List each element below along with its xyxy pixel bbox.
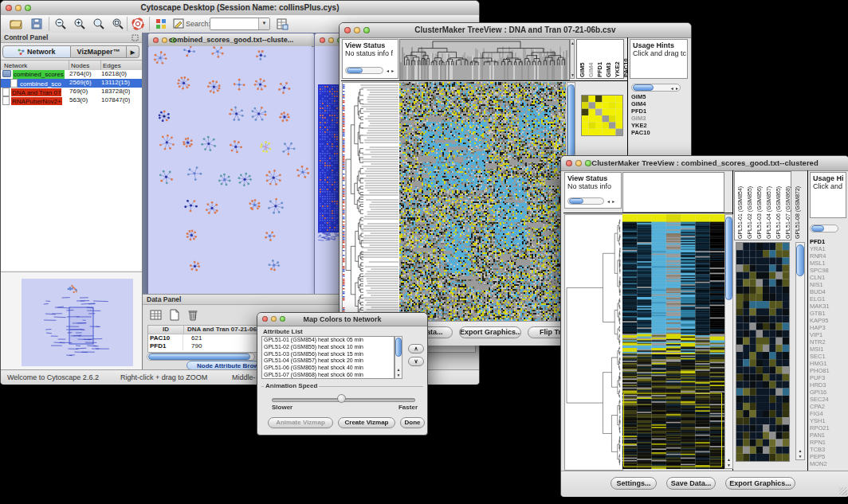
float-panel-icon[interactable] [132, 34, 139, 41]
scroll-arrows-icon[interactable]: ◄ ► [607, 199, 615, 204]
zoom-vscrollbar[interactable]: ▲▼ [795, 242, 805, 460]
network-table-header[interactable]: Network Nodes Edges [1, 60, 142, 71]
gene-label[interactable]: PFD1 [810, 238, 847, 245]
zoom-fit-icon[interactable] [111, 17, 125, 31]
done-button[interactable]: Done [400, 417, 425, 428]
gene-label[interactable]: RPO21 [810, 424, 847, 432]
gene-label[interactable]: FIG4 [810, 410, 847, 417]
tab-vizmapper[interactable]: VizMapper™ [71, 45, 127, 58]
gene-label[interactable]: MSI1 [810, 346, 847, 353]
array-label[interactable]: GPL51-01 (GSM854) [736, 173, 744, 239]
gene-label[interactable]: YRA1 [810, 245, 847, 252]
array-label[interactable]: GPL51-08 (GSM872) [794, 173, 801, 239]
animate-vizmap-button[interactable]: Animate Vizmap [268, 417, 333, 428]
network-overview-canvas[interactable] [22, 279, 133, 366]
zoom-in-icon[interactable] [73, 17, 87, 31]
gene-label[interactable]: YKE2 [631, 122, 684, 129]
gene-label[interactable]: MAK31 [810, 303, 847, 310]
array-label[interactable]: GPL51-02 (GSM855) [746, 173, 753, 239]
array-label[interactable]: GPL51-03 (GSM856) [756, 173, 763, 239]
gene-label[interactable]: SEC1 [810, 353, 847, 360]
row-dendrogram-canvas[interactable] [564, 214, 623, 471]
attribute-item[interactable]: GPL51-01 (GSM854) heat shock 05 min [262, 337, 394, 344]
view-status-hscrollbar[interactable] [345, 67, 383, 74]
search-dropdown-arrow[interactable]: ▼ [258, 18, 269, 29]
tab-overflow-button[interactable]: ▶ [127, 45, 139, 58]
tab-network[interactable]: Network [2, 45, 71, 58]
gene-label[interactable]: CLN1 [810, 274, 847, 281]
gene-label[interactable]: NIS1 [810, 281, 847, 288]
gene-label[interactable]: SPC98 [810, 267, 847, 274]
zoom-out-icon[interactable] [53, 17, 68, 31]
array-label[interactable]: GPL51-06 (GSM865) [775, 173, 782, 239]
delete-attribute-icon[interactable] [186, 308, 199, 322]
network-row[interactable]: combined_sco2569(6)13112(15) [1, 79, 142, 88]
resize-grip[interactable] [839, 487, 847, 495]
array-label[interactable]: GPL51-07 (GSM868) [784, 173, 791, 239]
gene-label[interactable]: PAN1 [810, 432, 847, 439]
gene-label[interactable]: RPN1 [810, 439, 847, 446]
gene-label[interactable]: GPI16 [810, 389, 847, 396]
gene-label[interactable]: NTR2 [810, 338, 847, 346]
gene-label[interactable]: HAP3 [810, 324, 847, 331]
open-session-icon[interactable] [9, 17, 23, 31]
heatmap-canvas[interactable] [399, 82, 566, 321]
heatmap-vscrollbar[interactable]: ▲▼ [724, 214, 733, 469]
gene-label[interactable]: PEP5 [810, 453, 847, 460]
attribute-list-scrollbar[interactable]: ▲▼ [395, 336, 402, 379]
gene-label[interactable]: GIM5 [631, 93, 684, 100]
attribute-list[interactable]: GPL51-01 (GSM854) heat shock 05 minGPL51… [261, 336, 395, 379]
column-label[interactable]: GIM5 [579, 42, 586, 77]
correlation-matrix-canvas[interactable] [581, 95, 623, 136]
data-panel-hscrollbar[interactable] [147, 353, 255, 361]
gene-label[interactable]: GIM3 [631, 115, 684, 122]
gene-label[interactable]: SEC24 [810, 396, 847, 403]
move-up-button[interactable]: ∧ [408, 344, 424, 354]
zoom-heatmap-canvas[interactable] [736, 242, 790, 462]
minimize-button[interactable] [328, 37, 334, 43]
scroll-left-icon[interactable]: ◄ ► [386, 68, 395, 73]
gene-label[interactable]: YSH1 [810, 417, 847, 424]
close-button[interactable] [320, 37, 325, 43]
gene-label[interactable]: CPA2 [810, 403, 847, 410]
gene-label[interactable]: MON2 [810, 460, 847, 467]
column-label[interactable]: PFD1 [596, 42, 603, 77]
gene-label[interactable]: KAP95 [810, 317, 847, 324]
help-lifering-icon[interactable] [131, 17, 145, 31]
column-label[interactable]: YKE2 [614, 42, 621, 77]
annotation-icon[interactable] [171, 17, 186, 31]
gene-label[interactable]: ELG1 [810, 295, 847, 303]
network-row[interactable]: combined_scores2764(0)16218(0) [1, 70, 142, 79]
heatmap-canvas[interactable] [622, 214, 724, 469]
view-status-hscrollbar[interactable] [567, 197, 604, 205]
column-tree-scroll-strip[interactable]: ▲▼ [570, 39, 575, 79]
column-label[interactable]: PAC10 [622, 42, 630, 77]
usage-hints-hscrollbar[interactable]: ◄ ► [631, 84, 681, 92]
column-dendrogram-canvas[interactable] [399, 39, 570, 80]
settings-button[interactable]: Settings... [610, 477, 657, 490]
new-attribute-icon[interactable] [167, 308, 181, 322]
attribute-item[interactable]: GPL51-02 (GSM855) heat shock 10 min [262, 344, 394, 351]
network-view-canvas[interactable] [149, 46, 312, 292]
save-session-icon[interactable] [29, 17, 44, 31]
column-label[interactable]: GIM4 [587, 42, 595, 77]
gene-label[interactable]: GTB1 [810, 310, 847, 317]
attribute-item[interactable]: GPL51-07 (GSM868) heat shock 60 min [262, 372, 394, 379]
attribute-item[interactable]: GPL51-04 (GSM857) heat shock 20 min [262, 357, 394, 365]
attribute-item[interactable]: GPL51-03 (GSM856) heat shock 15 min [262, 351, 394, 358]
row-dendrogram-canvas[interactable] [342, 82, 400, 322]
network-view-title-bar[interactable]: combined_scores_good.txt--cluste... [148, 33, 314, 47]
vizmapper-icon[interactable] [154, 17, 168, 31]
treeview-dna-title-bar[interactable]: ClusterMaker TreeView : DNA and Tran 07-… [340, 23, 691, 38]
column-label[interactable]: GIM3 [605, 42, 612, 77]
dialog-title-bar[interactable]: Map Colors to Network [257, 313, 427, 326]
gene-label[interactable]: VIP1 [810, 331, 847, 338]
gene-label[interactable]: GIM4 [631, 100, 684, 107]
gene-label[interactable]: HMG1 [810, 360, 847, 367]
array-label[interactable]: GPL51-04 (GSM857) [765, 173, 772, 239]
gene-label[interactable]: MSL1 [810, 260, 847, 267]
save-data-button[interactable]: Save Data... [666, 477, 716, 490]
main-title-bar[interactable]: Cytoscape Desktop (Session Name: collins… [1, 1, 479, 16]
export-graphics-button[interactable]: Export Graphics... [459, 326, 521, 338]
usage-hints-hscrollbar[interactable] [810, 225, 838, 232]
